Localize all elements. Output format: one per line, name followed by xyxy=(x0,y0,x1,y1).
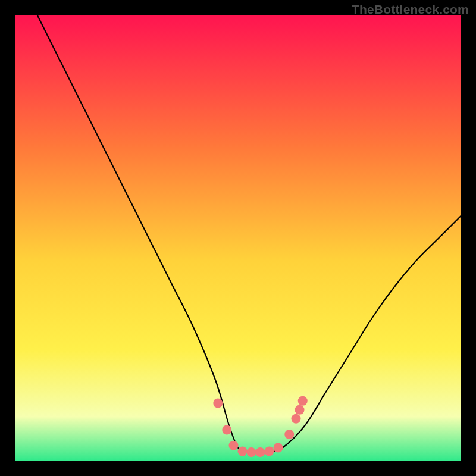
marker-dot xyxy=(247,447,256,457)
plot-area xyxy=(15,15,461,461)
marker-dot xyxy=(295,405,305,415)
marker-dot xyxy=(284,430,294,439)
marker-dot xyxy=(265,447,274,456)
marker-dot xyxy=(213,399,223,408)
watermark-text: TheBottleneck.com xyxy=(352,2,469,17)
marker-dot xyxy=(292,414,301,424)
marker-dot xyxy=(222,425,231,435)
marker-dot xyxy=(229,441,239,450)
curve-markers xyxy=(213,396,308,457)
marker-dot xyxy=(256,447,265,457)
curve-layer xyxy=(15,15,461,461)
bottleneck-curve xyxy=(37,15,462,453)
marker-dot xyxy=(238,447,248,456)
marker-dot xyxy=(298,396,308,406)
chart-frame: TheBottleneck.com xyxy=(0,0,476,476)
marker-dot xyxy=(274,443,283,453)
